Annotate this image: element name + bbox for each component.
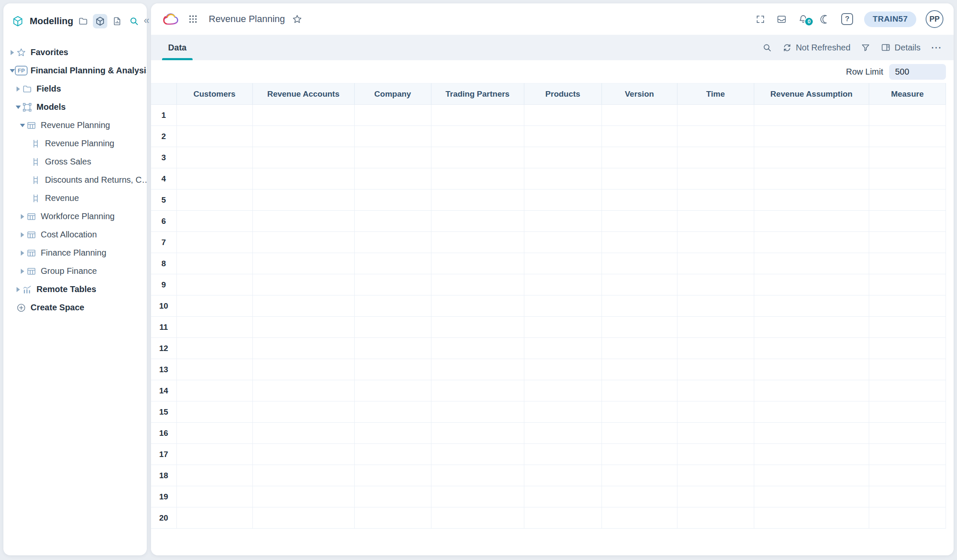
data-cell-company[interactable] — [354, 274, 431, 295]
data-cell-revenue-assumption[interactable] — [754, 507, 869, 529]
data-cell-trading-partners[interactable] — [431, 486, 524, 507]
data-cell-measure[interactable] — [869, 465, 946, 486]
data-cell-customers[interactable] — [176, 295, 252, 317]
data-cell-products[interactable] — [524, 253, 602, 274]
data-cell-products[interactable] — [524, 465, 602, 486]
sidebar-item-financial-planning-analysis[interactable]: FPFinancial Planning & Analysis — [3, 61, 147, 80]
data-cell-revenue-assumption[interactable] — [754, 380, 869, 401]
filter-funnel-icon[interactable] — [861, 43, 870, 53]
data-cell-version[interactable] — [602, 380, 677, 401]
data-cell-products[interactable] — [524, 507, 602, 529]
data-cell-time[interactable] — [677, 423, 754, 444]
data-cell-version[interactable] — [602, 401, 677, 423]
data-cell-revenue-accounts[interactable] — [252, 168, 354, 189]
sidebar-item-favorites[interactable]: Favorites — [3, 43, 147, 61]
data-cell-company[interactable] — [354, 168, 431, 189]
data-cell-version[interactable] — [602, 444, 677, 465]
sidebar-item-remote-tables[interactable]: Remote Tables — [3, 280, 147, 298]
data-cell-time[interactable] — [677, 105, 754, 126]
collapsed-arrow-icon[interactable] — [14, 287, 22, 292]
row-limit-input[interactable] — [889, 64, 946, 80]
data-cell-products[interactable] — [524, 232, 602, 253]
data-cell-trading-partners[interactable] — [431, 338, 524, 359]
data-cell-customers[interactable] — [176, 126, 252, 147]
data-cell-customers[interactable] — [176, 380, 252, 401]
app-launcher-grid-icon[interactable] — [188, 14, 198, 24]
data-cell-company[interactable] — [354, 465, 431, 486]
data-cell-company[interactable] — [354, 444, 431, 465]
column-header-time[interactable]: Time — [677, 84, 754, 105]
data-cell-trading-partners[interactable] — [431, 253, 524, 274]
data-cell-trading-partners[interactable] — [431, 168, 524, 189]
data-cell-trading-partners[interactable] — [431, 401, 524, 423]
data-cell-products[interactable] — [524, 317, 602, 338]
data-cell-customers[interactable] — [176, 189, 252, 211]
data-cell-version[interactable] — [602, 126, 677, 147]
data-cell-company[interactable] — [354, 147, 431, 168]
modelling-view-button[interactable] — [93, 14, 107, 28]
data-cell-company[interactable] — [354, 189, 431, 211]
data-cell-time[interactable] — [677, 338, 754, 359]
data-cell-revenue-assumption[interactable] — [754, 189, 869, 211]
sidebar-item-revenue-planning[interactable]: Revenue Planning — [3, 116, 147, 134]
collapsed-arrow-icon[interactable] — [14, 86, 22, 92]
data-cell-time[interactable] — [677, 444, 754, 465]
data-cell-measure[interactable] — [869, 444, 946, 465]
data-cell-company[interactable] — [354, 423, 431, 444]
data-cell-revenue-accounts[interactable] — [252, 274, 354, 295]
data-cell-company[interactable] — [354, 211, 431, 232]
data-cell-revenue-accounts[interactable] — [252, 105, 354, 126]
data-cell-version[interactable] — [602, 189, 677, 211]
details-button[interactable]: Details — [881, 42, 921, 53]
data-cell-products[interactable] — [524, 168, 602, 189]
column-header-version[interactable]: Version — [602, 84, 677, 105]
data-cell-measure[interactable] — [869, 295, 946, 317]
data-cell-revenue-accounts[interactable] — [252, 126, 354, 147]
data-cell-revenue-assumption[interactable] — [754, 232, 869, 253]
data-cell-time[interactable] — [677, 168, 754, 189]
data-cell-products[interactable] — [524, 401, 602, 423]
data-cell-products[interactable] — [524, 147, 602, 168]
column-header-trading-partners[interactable]: Trading Partners — [431, 84, 524, 105]
data-cell-revenue-assumption[interactable] — [754, 338, 869, 359]
data-cell-time[interactable] — [677, 232, 754, 253]
data-cell-measure[interactable] — [869, 274, 946, 295]
data-cell-time[interactable] — [677, 274, 754, 295]
data-cell-time[interactable] — [677, 465, 754, 486]
sidebar-item-discounts-and-returns-c[interactable]: Discounts and Returns, C… — [3, 171, 147, 189]
data-cell-revenue-assumption[interactable] — [754, 168, 869, 189]
column-header-revenue-assumption[interactable]: Revenue Assumption — [754, 84, 869, 105]
data-cell-products[interactable] — [524, 105, 602, 126]
data-cell-measure[interactable] — [869, 189, 946, 211]
data-cell-time[interactable] — [677, 401, 754, 423]
data-cell-time[interactable] — [677, 211, 754, 232]
collapsed-arrow-icon[interactable] — [19, 214, 26, 219]
data-cell-trading-partners[interactable] — [431, 317, 524, 338]
data-cell-version[interactable] — [602, 507, 677, 529]
data-cell-products[interactable] — [524, 423, 602, 444]
data-cell-measure[interactable] — [869, 423, 946, 444]
dark-mode-moon-icon[interactable] — [820, 14, 830, 25]
sidebar-item-workforce-planning[interactable]: Workforce Planning — [3, 207, 147, 226]
data-cell-trading-partners[interactable] — [431, 465, 524, 486]
data-cell-customers[interactable] — [176, 105, 252, 126]
column-header-customers[interactable]: Customers — [176, 84, 252, 105]
collapsed-arrow-icon[interactable] — [8, 50, 16, 55]
data-cell-trading-partners[interactable] — [431, 380, 524, 401]
data-cell-trading-partners[interactable] — [431, 232, 524, 253]
data-cell-customers[interactable] — [176, 507, 252, 529]
data-cell-revenue-accounts[interactable] — [252, 295, 354, 317]
column-header-measure[interactable]: Measure — [869, 84, 946, 105]
data-cell-version[interactable] — [602, 211, 677, 232]
report-document-button[interactable] — [110, 14, 124, 28]
data-cell-version[interactable] — [602, 274, 677, 295]
expanded-arrow-icon[interactable] — [19, 124, 26, 127]
data-cell-company[interactable] — [354, 380, 431, 401]
data-cell-revenue-assumption[interactable] — [754, 126, 869, 147]
sidebar-item-finance-planning[interactable]: Finance Planning — [3, 244, 147, 262]
data-cell-customers[interactable] — [176, 486, 252, 507]
data-cell-measure[interactable] — [869, 147, 946, 168]
data-cell-revenue-accounts[interactable] — [252, 423, 354, 444]
data-cell-time[interactable] — [677, 253, 754, 274]
data-cell-measure[interactable] — [869, 105, 946, 126]
